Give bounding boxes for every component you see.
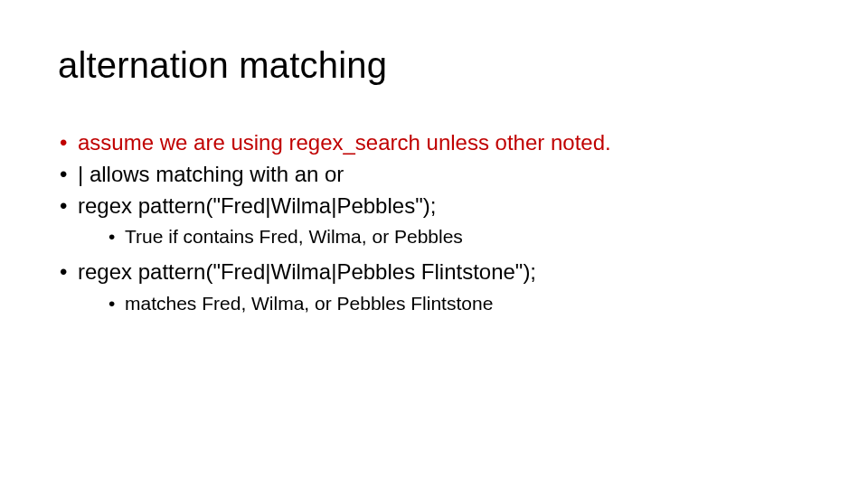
sub-bullet-item: True if contains Fred, Wilma, or Pebbles [107,223,810,250]
bullet-item: assume we are using regex_search unless … [58,127,810,159]
bullet-text: | allows matching with an or [78,162,344,186]
bullet-text: assume we are using regex_search unless … [78,130,611,155]
bullet-item: regex pattern("Fred|Wilma|Pebbles Flints… [58,257,810,317]
slide: alternation matching assume we are using… [0,0,868,488]
sub-bullet-list: matches Fred, Wilma, or Pebbles Flintsto… [107,290,810,317]
sub-bullet-text: matches Fred, Wilma, or Pebbles Flintsto… [125,293,493,314]
bullet-list: assume we are using regex_search unless … [58,127,810,317]
sub-bullet-item: matches Fred, Wilma, or Pebbles Flintsto… [107,290,810,317]
bullet-item: regex pattern("Fred|Wilma|Pebbles"); Tru… [58,191,810,251]
slide-title: alternation matching [58,45,810,86]
bullet-text: regex pattern("Fred|Wilma|Pebbles"); [78,193,436,218]
sub-bullet-list: True if contains Fred, Wilma, or Pebbles [107,223,810,250]
bullet-item: | allows matching with an or [58,159,810,191]
bullet-text: regex pattern("Fred|Wilma|Pebbles Flints… [78,259,536,284]
sub-bullet-text: True if contains Fred, Wilma, or Pebbles [125,226,463,247]
